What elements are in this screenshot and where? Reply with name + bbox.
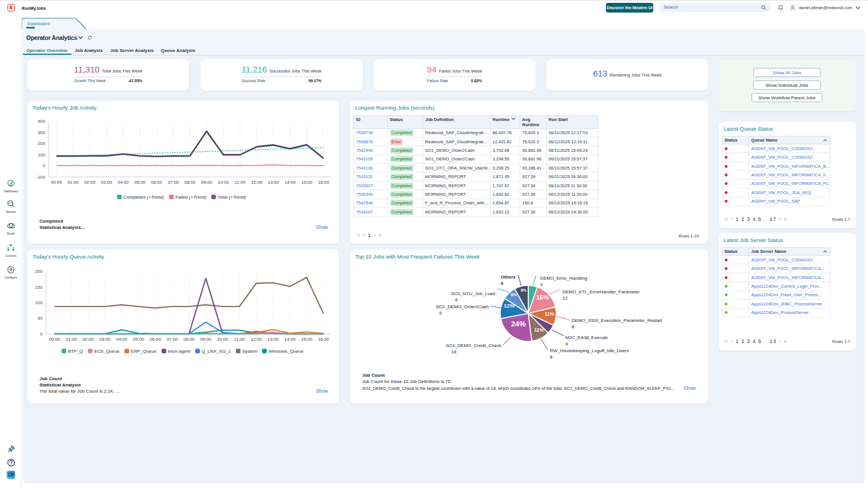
- svg-text:200: 200: [38, 141, 46, 146]
- svg-text:SO1_NYU_Job_Load: SO1_NYU_Job_Load: [451, 291, 495, 296]
- svg-text:400: 400: [38, 119, 46, 124]
- svg-text:14:00: 14:00: [284, 337, 296, 342]
- svg-text:11%: 11%: [545, 311, 554, 317]
- svg-text:11:00: 11:00: [235, 180, 246, 185]
- svg-text:200: 200: [35, 269, 43, 274]
- svg-text:RW_Housekeeping_Logoff_Idle_Us: RW_Housekeeping_Logoff_Idle_Users: [550, 348, 629, 353]
- svg-text:12:00: 12:00: [251, 180, 263, 185]
- svg-text:01:00: 01:00: [66, 337, 77, 342]
- svg-text:12:00: 12:00: [251, 337, 262, 342]
- svg-text:DEMO_Error_Handling: DEMO_Error_Handling: [540, 276, 587, 281]
- svg-text:6: 6: [455, 297, 458, 303]
- svg-text:16:00: 16:00: [318, 180, 329, 185]
- svg-text:02:00: 02:00: [85, 180, 96, 185]
- svg-text:DEMO_ETL_ErrorHandler_Paramete: DEMO_ETL_ErrorHandler_Parameter: [562, 289, 640, 295]
- svg-text:14:00: 14:00: [284, 180, 296, 185]
- svg-text:100: 100: [35, 300, 43, 305]
- svg-text:00:00: 00:00: [49, 337, 61, 342]
- svg-text:18: 18: [451, 349, 456, 354]
- svg-text:0: 0: [40, 332, 43, 337]
- svg-text:300: 300: [38, 130, 46, 135]
- svg-text:8%: 8%: [521, 288, 527, 292]
- svg-text:8: 8: [550, 354, 553, 360]
- svg-text:150: 150: [35, 285, 43, 290]
- svg-text:8%: 8%: [511, 293, 517, 297]
- svg-text:4: 4: [540, 282, 543, 287]
- svg-text:Others: Others: [501, 275, 516, 280]
- svg-text:24%: 24%: [511, 320, 526, 328]
- svg-text:04:00: 04:00: [118, 180, 129, 185]
- svg-text:10:00: 10:00: [217, 337, 228, 342]
- svg-text:M2C_EA38_Execute: M2C_EA38_Execute: [565, 335, 608, 340]
- svg-text:06:00: 06:00: [150, 337, 161, 342]
- svg-text:12%: 12%: [504, 303, 515, 309]
- svg-text:10:00: 10:00: [218, 180, 229, 185]
- svg-text:4: 4: [565, 341, 568, 346]
- svg-text:6: 6: [501, 281, 504, 286]
- svg-text:03:00: 03:00: [101, 180, 112, 185]
- svg-text:50: 50: [38, 316, 43, 321]
- svg-text:11%: 11%: [534, 327, 544, 333]
- svg-text:01:00: 01:00: [67, 180, 79, 185]
- svg-text:02:00: 02:00: [83, 337, 94, 342]
- svg-text:13:00: 13:00: [267, 337, 279, 342]
- svg-text:SO1_DEMO_Credit_Check: SO1_DEMO_Credit_Check: [446, 343, 502, 348]
- svg-text:05:00: 05:00: [134, 180, 146, 185]
- svg-text:16%: 16%: [536, 294, 549, 301]
- svg-text:07:00: 07:00: [167, 337, 178, 342]
- svg-text:00:00: 00:00: [51, 180, 62, 185]
- svg-text:9: 9: [439, 310, 442, 316]
- svg-text:DEMO_SSIS_Execution_Parameter_: DEMO_SSIS_Execution_Parameter_Restart: [572, 318, 662, 323]
- svg-text:16:00: 16:00: [318, 337, 329, 342]
- svg-text:04:00: 04:00: [116, 337, 127, 342]
- svg-text:100: 100: [38, 152, 46, 158]
- svg-text:06:00: 06:00: [151, 180, 162, 185]
- svg-text:09:00: 09:00: [201, 180, 212, 185]
- svg-text:08:00: 08:00: [184, 180, 196, 185]
- svg-text:15:00: 15:00: [301, 337, 312, 342]
- svg-text:12: 12: [562, 296, 568, 301]
- svg-text:11:00: 11:00: [234, 337, 246, 342]
- svg-text:15:00: 15:00: [301, 180, 312, 185]
- svg-text:13:00: 13:00: [268, 180, 279, 185]
- svg-text:05:00: 05:00: [133, 337, 144, 342]
- svg-text:-100: -100: [36, 175, 45, 180]
- svg-text:0: 0: [43, 163, 46, 168]
- svg-text:08:00: 08:00: [183, 337, 195, 342]
- svg-text:07:00: 07:00: [168, 180, 179, 185]
- svg-text:SO1_DEMO_Order2Cash: SO1_DEMO_Order2Cash: [436, 304, 489, 309]
- svg-text:8: 8: [572, 324, 574, 329]
- svg-text:03:00: 03:00: [99, 337, 111, 342]
- svg-text:09:00: 09:00: [200, 337, 212, 342]
